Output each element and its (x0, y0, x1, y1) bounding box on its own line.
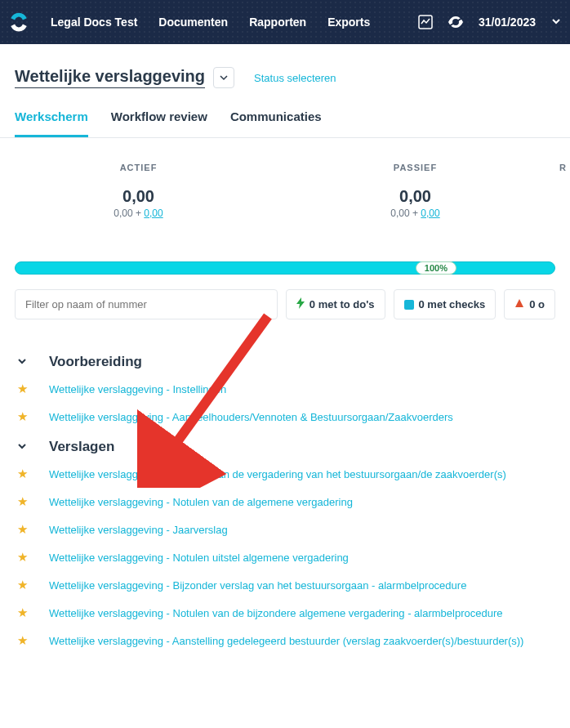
chart-icon[interactable] (418, 15, 433, 29)
stat-label: R (554, 163, 567, 172)
star-icon[interactable]: ★ (15, 578, 29, 592)
row-link[interactable]: Wettelijke verslaggeving - Notulen uitst… (49, 552, 349, 564)
star-icon[interactable]: ★ (15, 409, 29, 424)
chevron-down-icon[interactable] (550, 16, 562, 29)
nav-rapporten[interactable]: Rapporten (249, 16, 306, 29)
star-icon[interactable]: ★ (15, 522, 29, 537)
period-date[interactable]: 31/01/2023 (479, 16, 536, 29)
stat-actief: ACTIEF 0,00 0,00 + 0,00 (0, 163, 277, 219)
chevron-down-icon[interactable] (15, 441, 29, 453)
stat-r: R (554, 163, 570, 219)
filter-checks-button[interactable]: 0 met checks (394, 289, 497, 319)
list-item: ★ Wettelijke verslaggeving - Notulen van… (15, 460, 555, 488)
star-icon[interactable]: ★ (15, 382, 29, 396)
section-title: Voorbereiding (49, 354, 142, 370)
row-link[interactable]: Wettelijke verslaggeving - Aandeelhouder… (49, 411, 453, 423)
tab-workflow-review[interactable]: Workflow review (111, 109, 207, 137)
star-icon[interactable]: ★ (15, 633, 29, 648)
filter-other-button[interactable]: 0 o (504, 289, 555, 319)
stat-sub-plain: 0,00 + (114, 208, 144, 219)
title-dropdown-button[interactable] (213, 67, 234, 88)
list-item: ★ Wettelijke verslaggeving - Aandeelhoud… (15, 403, 555, 431)
stat-value: 0,00 (0, 187, 277, 206)
row-link[interactable]: Wettelijke verslaggeving - Aanstelling g… (49, 635, 523, 647)
list-item: ★ Wettelijke verslaggeving - Jaarverslag (15, 516, 555, 543)
section-title: Verslagen (49, 439, 114, 455)
list-item: ★ Wettelijke verslaggeving - Notulen van… (15, 599, 555, 627)
progress-bar: 100% (15, 261, 555, 275)
star-icon[interactable]: ★ (15, 494, 29, 509)
tab-werkscherm[interactable]: Werkscherm (15, 109, 88, 137)
list-item: ★ Wettelijke verslaggeving - Aanstelling… (15, 627, 555, 654)
filter-row: 0 met to do's 0 met checks 0 o (0, 289, 570, 337)
tab-communicaties[interactable]: Communicaties (230, 109, 322, 137)
section-head-verslagen: Verslagen (15, 431, 555, 460)
app-logo-icon[interactable] (8, 11, 29, 33)
stat-label: ACTIEF (0, 163, 277, 172)
star-icon[interactable]: ★ (15, 550, 29, 565)
caret-down-icon (220, 74, 228, 82)
triangle-icon (514, 298, 524, 310)
stat-sub-plain: 0,00 + (390, 208, 421, 219)
stat-sub: 0,00 + 0,00 (0, 208, 277, 219)
filter-todos-button[interactable]: 0 met to do's (286, 289, 385, 319)
row-link[interactable]: Wettelijke verslaggeving - Notulen van d… (49, 496, 353, 508)
row-link[interactable]: Wettelijke verslaggeving - Notulen van d… (49, 607, 502, 619)
section-head-voorbereiding: Voorbereiding (15, 346, 555, 375)
square-icon (404, 300, 414, 310)
progress-pct-badge: 100% (416, 261, 456, 275)
page-header: Wettelijke verslaggeving Status selecter… (0, 44, 570, 88)
stat-passief: PASSIEF 0,00 0,00 + 0,00 (277, 163, 554, 219)
sections: Voorbereiding ★ Wettelijke verslaggeving… (0, 337, 570, 671)
list-item: ★ Wettelijke verslaggeving - Bijzonder v… (15, 571, 555, 599)
progress-wrap: 100% (0, 261, 570, 289)
stats-row: ACTIEF 0,00 0,00 + 0,00 PASSIEF 0,00 0,0… (0, 138, 570, 242)
nav-exports[interactable]: Exports (327, 16, 370, 29)
nav-legal-docs[interactable]: Legal Docs Test (51, 16, 137, 29)
status-select-link[interactable]: Status selecteren (254, 72, 336, 84)
stat-sub: 0,00 + 0,00 (277, 208, 554, 219)
stat-value: 0,00 (277, 187, 554, 206)
stat-sub-link[interactable]: 0,00 (421, 208, 439, 219)
stat-label: PASSIEF (277, 163, 554, 172)
row-link[interactable]: Wettelijke verslaggeving - Instellingen (49, 383, 226, 395)
row-link[interactable]: Wettelijke verslaggeving - Notulen van d… (49, 468, 506, 480)
list-item: ★ Wettelijke verslaggeving - Notulen uit… (15, 543, 555, 571)
stat-sub-link[interactable]: 0,00 (144, 208, 163, 219)
star-icon[interactable]: ★ (15, 605, 29, 620)
row-link[interactable]: Wettelijke verslaggeving - Jaarverslag (49, 524, 228, 536)
star-icon[interactable]: ★ (15, 467, 29, 481)
filter-input[interactable] (15, 289, 278, 319)
filter-other-label: 0 o (529, 298, 545, 310)
chevron-down-icon[interactable] (15, 356, 29, 368)
list-item: ★ Wettelijke verslaggeving - Notulen van… (15, 488, 555, 516)
bolt-icon (296, 297, 305, 311)
nav-documenten[interactable]: Documenten (158, 16, 228, 29)
filter-todos-label: 0 met to do's (309, 298, 375, 310)
row-link[interactable]: Wettelijke verslaggeving - Bijzonder ver… (49, 579, 466, 592)
page-title[interactable]: Wettelijke verslaggeving (15, 67, 205, 88)
top-nav: Legal Docs Test Documenten Rapporten Exp… (0, 0, 570, 44)
filter-checks-label: 0 met checks (419, 298, 486, 310)
tabs: Werkscherm Workflow review Communicaties (0, 109, 570, 138)
list-item: ★ Wettelijke verslaggeving - Instellinge… (15, 375, 555, 403)
visibility-icon[interactable] (448, 16, 464, 28)
